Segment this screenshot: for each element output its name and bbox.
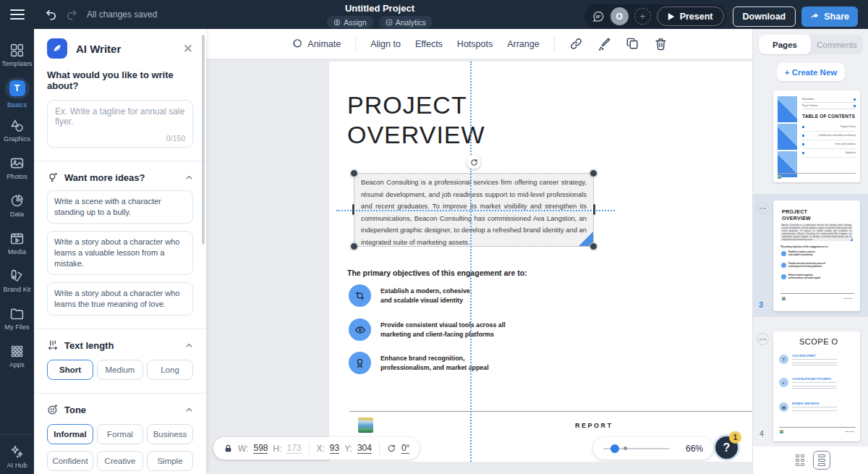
- link-icon[interactable]: [569, 37, 583, 51]
- resize-handle-side[interactable]: [592, 203, 596, 216]
- idea-suggestion[interactable]: Write a story about a character who lear…: [47, 231, 193, 275]
- page-more-options-icon[interactable]: [757, 202, 769, 214]
- x-value[interactable]: 93: [330, 443, 339, 454]
- sidebar-item-ai-hub[interactable]: AI Hub: [0, 439, 34, 474]
- sidebar-item-data[interactable]: Data: [0, 187, 34, 224]
- resize-handle[interactable]: [590, 169, 597, 177]
- tone-option-simple[interactable]: Simple: [147, 451, 193, 471]
- tone-option-formal[interactable]: Formal: [97, 424, 143, 444]
- zoom-slider-thumb[interactable]: [610, 444, 619, 453]
- objectives-heading[interactable]: The primary objectives of this engagemen…: [347, 268, 527, 277]
- panel-tabs: Pages Comments: [759, 35, 863, 54]
- grid-view-button[interactable]: [791, 452, 809, 469]
- tone-option-creative[interactable]: Creative: [97, 451, 143, 471]
- resize-handle[interactable]: [350, 169, 358, 177]
- panel-title: AI Writer: [76, 43, 121, 55]
- hotspots-button[interactable]: Hotspots: [457, 39, 493, 49]
- arrange-button[interactable]: Arrange: [507, 39, 539, 49]
- close-icon[interactable]: ✕: [183, 43, 193, 55]
- undo-icon[interactable]: [45, 8, 58, 21]
- idea-suggestion[interactable]: Write a story about a character who lear…: [47, 282, 193, 316]
- analytics-button[interactable]: Analytics: [379, 16, 433, 28]
- sidebar-item-basics[interactable]: T Basics: [0, 74, 34, 111]
- assign-button[interactable]: Assign: [327, 16, 373, 28]
- page-thumbnail-3[interactable]: PROJECTOVERVIEW Beacon Consulting is a p…: [773, 200, 860, 311]
- panel-scrollbar[interactable]: [202, 35, 205, 245]
- sidebar-item-brand-kit[interactable]: Brand Kit: [0, 262, 34, 300]
- resize-handle-side[interactable]: [352, 203, 355, 216]
- page-heading[interactable]: PROJECTOVERVIEW: [347, 90, 485, 150]
- tab-comments[interactable]: Comments: [811, 35, 863, 54]
- objective-item[interactable]: Enhance brand recognition,professionalis…: [349, 352, 489, 374]
- zoom-slider[interactable]: [603, 448, 670, 449]
- tone-option-confident[interactable]: Confident: [47, 451, 93, 471]
- footer-report-label[interactable]: REPORT: [575, 422, 613, 429]
- tab-pages[interactable]: Pages: [759, 35, 811, 54]
- create-new-page-button[interactable]: + Create New: [777, 63, 845, 81]
- animate-button[interactable]: Animate: [291, 38, 341, 50]
- download-button[interactable]: Download: [733, 7, 796, 27]
- align-to-button[interactable]: Align to: [370, 39, 401, 49]
- rotation-value[interactable]: 0°: [401, 443, 409, 454]
- brand-kit-icon: [9, 268, 25, 284]
- delete-icon[interactable]: [654, 37, 668, 51]
- length-option-medium[interactable]: Medium: [97, 360, 143, 380]
- y-value[interactable]: 304: [357, 443, 372, 454]
- main-menu-icon[interactable]: [10, 9, 25, 20]
- sidebar-item-my-files[interactable]: My Files: [0, 300, 34, 337]
- sidebar-item-templates[interactable]: Templates: [0, 36, 34, 74]
- share-button[interactable]: Share: [801, 7, 858, 27]
- top-bar: All changes saved Untitled Project Assig…: [0, 0, 868, 29]
- ai-writer-panel: AI Writer ✕ What would you like to write…: [34, 29, 206, 474]
- sidebar-item-media[interactable]: Media: [0, 224, 34, 262]
- redo-icon[interactable]: [65, 8, 78, 21]
- present-button[interactable]: Present: [657, 7, 724, 26]
- chevron-up-icon[interactable]: [185, 174, 193, 182]
- project-title[interactable]: Untitled Project: [345, 3, 414, 14]
- avatar[interactable]: O: [610, 7, 629, 25]
- page-thumbnail-2[interactable]: Refundables Project Timeline TABLE OF CO…: [773, 90, 860, 182]
- sidebar-item-apps[interactable]: Apps: [0, 337, 34, 375]
- tone-option-business[interactable]: Business: [147, 424, 193, 444]
- save-status: All changes saved: [87, 9, 157, 20]
- project-header: Untitled Project Assign Analytics: [318, 3, 441, 28]
- sidebar-item-photos[interactable]: Photos: [0, 149, 34, 187]
- prompt-input[interactable]: [48, 101, 192, 132]
- grid-view-icon: [796, 454, 804, 466]
- rotate-handle[interactable]: [467, 155, 481, 169]
- resize-handle[interactable]: [590, 242, 597, 250]
- sidebar-item-graphics[interactable]: Graphics: [0, 111, 34, 149]
- text-length-header[interactable]: Text length: [47, 339, 193, 351]
- idea-suggestion[interactable]: Write a scene with a character standing …: [47, 190, 193, 224]
- chevron-up-icon[interactable]: [185, 406, 193, 414]
- help-button[interactable]: ? 1: [713, 434, 740, 461]
- length-option-short[interactable]: Short: [47, 360, 93, 380]
- comments-icon[interactable]: [592, 10, 605, 23]
- design-page[interactable]: PROJECTOVERVIEW Beacon Consulting is a p…: [329, 62, 752, 462]
- rotation-icon[interactable]: [387, 444, 396, 453]
- resize-handle[interactable]: [350, 242, 358, 250]
- objective-item[interactable]: Establish a modern, cohesive,and scalabl…: [349, 284, 472, 307]
- duplicate-icon[interactable]: [626, 37, 639, 51]
- width-value[interactable]: 598: [253, 443, 268, 454]
- left-sidebar: Templates T Basics Graphics Photos Data …: [0, 29, 34, 474]
- height-value[interactable]: 173: [286, 443, 301, 454]
- zoom-level[interactable]: 66%: [686, 444, 703, 454]
- brand-logo-image[interactable]: [358, 418, 373, 433]
- tone-header[interactable]: Tone: [47, 404, 193, 415]
- crop-icon: [349, 284, 371, 307]
- page-thumbnail-4[interactable]: SCOPE O T LOGO DEVELOPMENT ◐ COLOR PALET…: [773, 331, 860, 441]
- animate-icon: [291, 38, 303, 50]
- card-icon: ▤: [779, 402, 788, 412]
- style-brush-icon[interactable]: [597, 37, 611, 51]
- tone-option-informal[interactable]: Informal: [47, 424, 93, 444]
- chevron-up-icon[interactable]: [185, 342, 193, 350]
- objective-item[interactable]: Provide consistent visual tools across a…: [349, 318, 506, 341]
- page-more-options-icon[interactable]: [757, 333, 769, 345]
- length-option-long[interactable]: Long: [147, 360, 193, 380]
- ideas-section-header[interactable]: Want more ideas?: [47, 172, 193, 183]
- lock-icon[interactable]: [224, 444, 233, 454]
- add-collaborator-button[interactable]: +: [634, 8, 651, 25]
- column-view-button[interactable]: [813, 451, 830, 470]
- effects-button[interactable]: Effects: [415, 39, 443, 49]
